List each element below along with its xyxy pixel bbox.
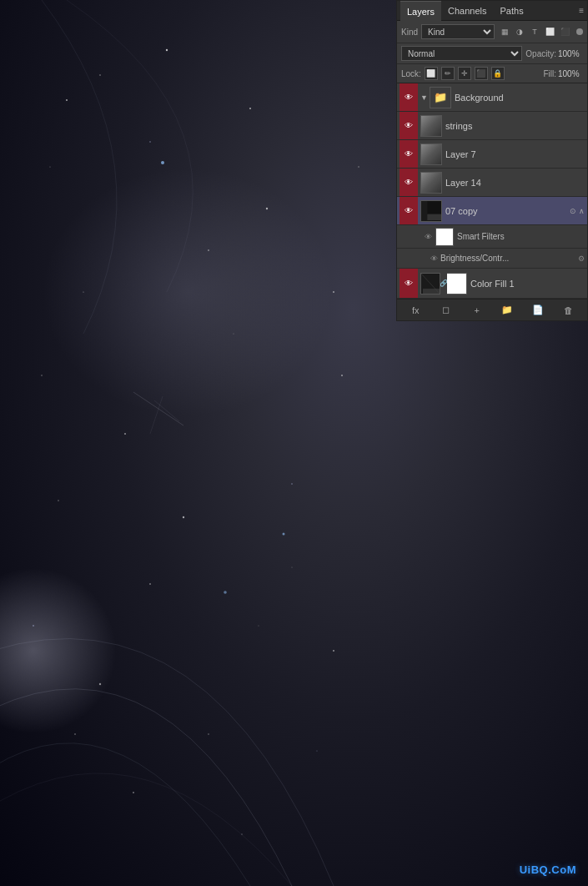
layer-row-07copy[interactable]: 👁 07 copy ⊙ ∧ [397, 197, 587, 225]
kind-pixel-icon[interactable]: ▦ [498, 25, 511, 38]
collapse-background[interactable]: ▼ [420, 93, 428, 102]
new-group-button[interactable]: 📁 [499, 302, 515, 319]
glow-center [42, 167, 334, 417]
thumb-07copy [420, 200, 442, 222]
layer-row-layer14[interactable]: 👁 Layer 14 [397, 169, 587, 197]
layer-extra-07copy: ⊙ ∧ [570, 207, 585, 215]
svg-point-16 [58, 500, 59, 501]
cf-thumb-white [447, 273, 467, 294]
opacity-value[interactable]: 100% [558, 49, 583, 58]
visibility-colorfill[interactable]: 👁 [400, 269, 418, 298]
layer-name-layer7: Layer 7 [445, 149, 585, 159]
new-layer-button[interactable]: 📄 [530, 302, 546, 319]
layer-name-background: Background [455, 93, 585, 103]
bc-label: Brightness/Contr... [440, 254, 578, 263]
sf-thumb [435, 228, 454, 246]
panel-menu-icon[interactable]: ≡ [579, 6, 584, 15]
lock-checkerboard-icon[interactable]: ⬜ [425, 67, 438, 80]
brightness-contrast-row: 👁 Brightness/Contr... ⚙ [397, 249, 587, 269]
lock-all-icon[interactable]: 🔒 [491, 67, 505, 80]
fill-value[interactable]: 100% [558, 69, 583, 78]
eye-icon-colorfill: 👁 [405, 279, 413, 288]
eye-icon-strings: 👁 [405, 121, 413, 130]
thumb-background: 📁 [430, 87, 451, 108]
kind-filter-icons: ▦ ◑ T ⬜ ⬛ [498, 25, 571, 38]
svg-point-19 [149, 583, 151, 585]
thumb-layer14 [420, 172, 442, 194]
visibility-layer7[interactable]: 👁 [400, 140, 418, 168]
layer-name-layer14: Layer 14 [445, 178, 585, 188]
visibility-strings[interactable]: 👁 [400, 112, 418, 139]
bc-visibility[interactable]: 👁 [427, 249, 440, 268]
smart-filters-row: 👁 Smart Filters [397, 225, 587, 249]
visibility-background[interactable]: 👁 [400, 83, 418, 111]
svg-point-6 [49, 166, 50, 167]
watermark: UiBQ.CoM [520, 863, 576, 876]
add-mask-button[interactable]: ◻ [438, 302, 455, 319]
svg-point-27 [358, 166, 359, 168]
kind-text-icon[interactable]: T [528, 25, 541, 38]
svg-point-29 [291, 566, 292, 567]
lock-artboard-icon[interactable]: ⬛ [475, 67, 488, 80]
cf-link-icon: 🔗 [440, 279, 447, 287]
lock-move-icon[interactable]: ✛ [458, 67, 471, 80]
layer-row-background[interactable]: 👁 ▼ 📁 Background [397, 83, 587, 112]
svg-point-31 [74, 733, 76, 735]
fill-row: Fill: 100% [543, 69, 583, 78]
add-fx-button[interactable]: fx [407, 302, 424, 319]
tab-layers[interactable]: Layers [400, 1, 441, 21]
sf-label: Smart Filters [457, 232, 505, 241]
lock-fill-row: Lock: ⬜ ✏ ✛ ⬛ 🔒 Fill: 100% [397, 64, 587, 83]
visibility-07copy[interactable]: 👁 [400, 197, 418, 224]
kind-select[interactable]: Kind [421, 24, 495, 39]
svg-point-33 [283, 533, 285, 536]
eye-icon-layer14: 👁 [405, 178, 413, 187]
add-adjustment-button[interactable]: + [469, 302, 485, 319]
kind-bar: Kind Kind ▦ ◑ T ⬜ ⬛ [397, 21, 587, 43]
expand-icon[interactable]: ∧ [579, 207, 585, 215]
svg-point-12 [41, 375, 43, 376]
sf-visibility[interactable]: 👁 [420, 225, 435, 248]
svg-point-32 [161, 161, 164, 164]
svg-point-5 [166, 49, 168, 51]
delete-layer-button[interactable]: 🗑 [560, 302, 577, 319]
svg-point-3 [66, 99, 68, 101]
glow-left [0, 567, 117, 734]
svg-point-28 [341, 375, 343, 376]
colorfill-label: Color Fill 1 [470, 279, 585, 289]
kind-shape-icon[interactable]: ⬜ [543, 25, 556, 38]
layer-row-strings[interactable]: 👁 strings [397, 112, 587, 140]
svg-rect-39 [423, 289, 440, 294]
layer-row-layer7[interactable]: 👁 Layer 7 [397, 140, 587, 169]
visibility-layer14[interactable]: 👁 [400, 169, 418, 196]
kind-adjust-icon[interactable]: ◑ [513, 25, 526, 38]
svg-point-4 [99, 74, 101, 76]
colorfill-thumb-group: 🔗 [420, 273, 467, 294]
blend-mode-select[interactable]: Normal [401, 46, 522, 61]
svg-point-26 [241, 833, 243, 835]
fill-label: Fill: [543, 69, 556, 78]
cf-thumb-dark [420, 273, 440, 294]
sf-eye-icon: 👁 [425, 233, 432, 241]
svg-rect-37 [421, 200, 427, 220]
layer-name-strings: strings [445, 121, 585, 131]
colorfill-row[interactable]: 👁 🔗 Color Fill 1 [397, 269, 587, 299]
svg-point-13 [124, 433, 126, 435]
svg-point-20 [258, 625, 259, 626]
thumb-layer7 [420, 143, 442, 165]
tab-paths[interactable]: Paths [494, 1, 530, 21]
folder-icon: 📁 [434, 91, 447, 103]
lock-brush-icon[interactable]: ✏ [441, 67, 455, 80]
svg-point-34 [224, 591, 227, 594]
svg-point-24 [316, 750, 317, 751]
tab-channels[interactable]: Channels [441, 1, 493, 21]
svg-point-23 [333, 650, 334, 652]
thumb-strings [420, 115, 442, 137]
smart-object-icon: ⊙ [570, 207, 576, 215]
bc-sliders-icon[interactable]: ⚙ [578, 254, 585, 263]
kind-dot [576, 28, 583, 35]
svg-point-8 [149, 141, 151, 143]
svg-point-17 [183, 516, 184, 518]
kind-smart-icon[interactable]: ⬛ [558, 25, 571, 38]
lock-label: Lock: [401, 69, 421, 78]
